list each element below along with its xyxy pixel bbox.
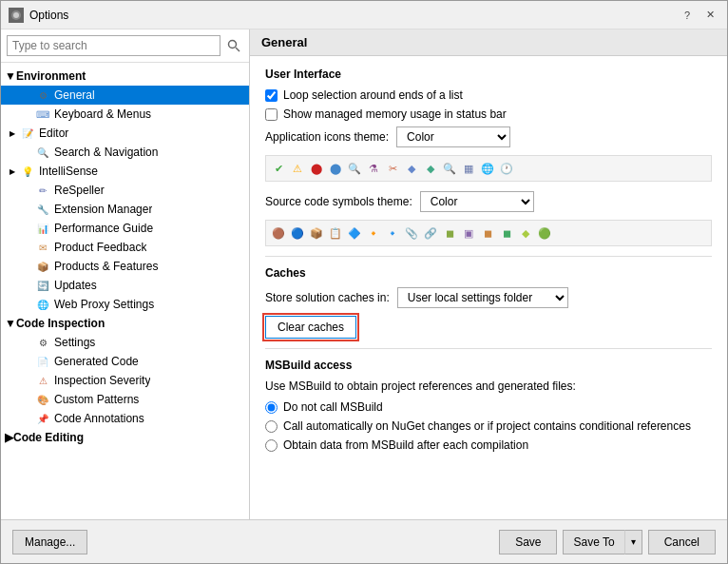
save-to-dropdown-button[interactable]: ▾: [624, 530, 642, 554]
preview-icon-13: 🕐: [498, 160, 515, 177]
preview-icon-4: ⬤: [327, 160, 344, 177]
sidebar-item-feedback[interactable]: ✉ Product Feedback: [1, 238, 249, 257]
manage-button[interactable]: Manage...: [12, 530, 87, 554]
msbuild-radio-no-call[interactable]: [265, 401, 278, 414]
src-icon-1: 🟤: [270, 224, 287, 242]
proxy-icon: 🌐: [35, 297, 50, 312]
divider-1: [265, 256, 712, 257]
right-panel: General User Interface Loop selection ar…: [250, 29, 727, 519]
severity-label: Inspection Severity: [54, 374, 150, 387]
save-button[interactable]: Save: [499, 530, 557, 554]
loop-selection-row: Loop selection around ends of a list: [265, 88, 712, 102]
source-symbols-theme-label: Source code symbols theme:: [265, 195, 412, 208]
proxy-label: Web Proxy Settings: [54, 298, 154, 311]
search-nav-icon: 🔍: [35, 145, 50, 160]
patterns-label: Custom Patterns: [54, 393, 139, 406]
dialog-body: ▼ Environment ⚙ General ⌨ Keyboard & Men…: [1, 29, 727, 519]
products-icon: 📦: [35, 259, 50, 274]
spacer: [20, 278, 35, 293]
tree-group-code-editing[interactable]: ▶ Code Editing: [1, 428, 249, 447]
app-icons-theme-select[interactable]: Color Grayscale Dark: [396, 126, 510, 147]
perf-label: Performance Guide: [54, 222, 153, 235]
msbuild-option-no-call: Do not call MSBuild: [265, 400, 712, 414]
sidebar-item-severity[interactable]: ⚠ Inspection Severity: [1, 371, 249, 390]
sidebar-item-patterns[interactable]: 🎨 Custom Patterns: [1, 390, 249, 409]
sidebar-item-respeller[interactable]: ✏ ReSpeller: [1, 181, 249, 200]
msbuild-radio-after-compile[interactable]: [265, 439, 278, 452]
tree: ▼ Environment ⚙ General ⌨ Keyboard & Men…: [1, 63, 249, 519]
keyboard-label: Keyboard & Menus: [54, 107, 151, 121]
spacer: [20, 240, 35, 255]
expand-arrow-code-editing: ▶: [5, 431, 13, 444]
svg-line-3: [236, 48, 239, 51]
editor-icon: 📝: [20, 126, 35, 141]
right-buttons: Save Save To ▾ Cancel: [499, 530, 716, 554]
extension-label: Extension Manager: [54, 203, 152, 216]
sidebar-item-keyboard[interactable]: ⌨ Keyboard & Menus: [1, 105, 249, 124]
preview-icon-12: 🌐: [479, 160, 496, 177]
search-box: [1, 29, 249, 63]
sidebar-item-extension[interactable]: 🔧 Extension Manager: [1, 200, 249, 219]
sidebar-item-general[interactable]: ⚙ General: [1, 86, 249, 105]
app-icons-theme-label: Application icons theme:: [265, 130, 389, 144]
sidebar-item-updates[interactable]: 🔄 Updates: [1, 276, 249, 295]
src-icon-10: ◼: [441, 224, 458, 242]
clear-caches-button[interactable]: Clear caches: [265, 316, 356, 339]
expand-arrow-intellisense: ▶: [5, 164, 20, 179]
annotations-icon: 📌: [35, 411, 50, 426]
msbuild-option-auto-call: Call automatically on NuGet changes or i…: [265, 419, 712, 433]
loop-selection-checkbox[interactable]: [265, 89, 278, 102]
general-icon: ⚙: [35, 88, 50, 103]
search-input[interactable]: [7, 35, 220, 56]
close-button[interactable]: ✕: [700, 6, 719, 25]
expand-arrow-editor: ▶: [5, 126, 20, 141]
sidebar-item-editor[interactable]: ▶ 📝 Editor: [1, 124, 249, 143]
feedback-icon: ✉: [35, 240, 50, 255]
general-label: General: [54, 88, 95, 102]
code-inspection-label: Code Inspection: [16, 317, 105, 330]
store-caches-select[interactable]: User local settings folder Solution fold…: [397, 287, 568, 308]
expand-arrow-code-inspection: ▼: [5, 317, 16, 330]
spacer: [20, 183, 35, 198]
sidebar-item-intellisense[interactable]: ▶ 💡 IntelliSense: [1, 162, 249, 181]
sidebar-item-ci-settings[interactable]: ⚙ Settings: [1, 333, 249, 352]
cancel-button[interactable]: Cancel: [648, 530, 716, 554]
editor-label: Editor: [39, 126, 68, 140]
spacer: [20, 392, 35, 407]
updates-icon: 🔄: [35, 278, 50, 293]
sidebar-item-search[interactable]: 🔍 Search & Navigation: [1, 143, 249, 162]
respeller-label: ReSpeller: [54, 184, 105, 197]
src-icon-15: 🟢: [536, 224, 553, 242]
sidebar-item-annotations[interactable]: 📌 Code Annotations: [1, 409, 249, 428]
tree-group-code-inspection[interactable]: ▼ Code Inspection: [1, 314, 249, 333]
bottom-bar: Manage... Save Save To ▾ Cancel: [1, 519, 727, 563]
search-label: Search & Navigation: [54, 146, 158, 159]
show-memory-checkbox[interactable]: [265, 108, 278, 121]
save-to-button[interactable]: Save To: [563, 530, 623, 554]
source-symbols-theme-select[interactable]: Color Grayscale Dark: [420, 191, 534, 212]
spacer: [20, 107, 35, 122]
dialog-icon: [9, 8, 24, 23]
severity-icon: ⚠: [35, 373, 50, 388]
sidebar-item-generated[interactable]: 📄 Generated Code: [1, 352, 249, 371]
msbuild-label-auto-call: Call automatically on NuGet changes or i…: [283, 419, 691, 433]
spacer: [20, 354, 35, 369]
msbuild-radio-auto-call[interactable]: [265, 420, 278, 433]
sidebar-item-products[interactable]: 📦 Products & Features: [1, 257, 249, 276]
sidebar-item-proxy[interactable]: 🌐 Web Proxy Settings: [1, 295, 249, 314]
sidebar-item-performance[interactable]: 📊 Performance Guide: [1, 219, 249, 238]
show-memory-label: Show managed memory usage in status bar: [283, 107, 507, 121]
caches-title: Caches: [265, 266, 712, 280]
search-icon[interactable]: [224, 36, 243, 55]
source-icons-preview: 🟤 🔵 📦 📋 🔷 🔸 🔹 📎 🔗 ◼ ▣ ◼ ◼ ◆ 🟢: [265, 220, 712, 246]
help-button[interactable]: ?: [678, 6, 697, 25]
title-bar: Options ? ✕: [1, 1, 727, 29]
spacer: [20, 297, 35, 312]
spacer: [20, 202, 35, 217]
code-editing-label: Code Editing: [13, 431, 84, 444]
tree-group-environment[interactable]: ▼ Environment: [1, 67, 249, 86]
title-bar-controls: ? ✕: [678, 6, 719, 25]
ci-settings-icon: ⚙: [35, 335, 50, 350]
ui-section-title: User Interface: [265, 68, 712, 81]
svg-point-1: [13, 12, 19, 18]
